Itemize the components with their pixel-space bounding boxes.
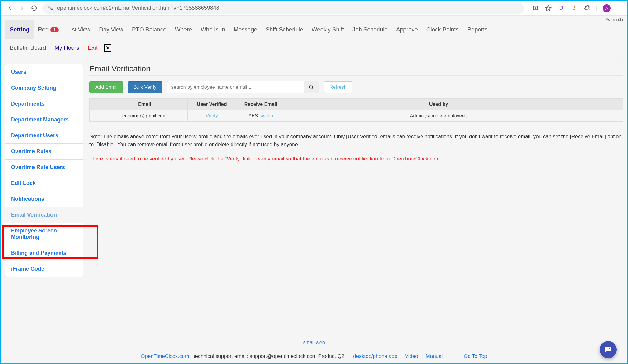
sidebar-item-company-setting[interactable]: Company Setting bbox=[5, 80, 83, 96]
sidebar-item-edit-lock[interactable]: Edit Lock bbox=[5, 175, 83, 191]
th-actions bbox=[592, 99, 623, 110]
sidebar-item-iframe-code[interactable]: iFrame Code bbox=[5, 261, 83, 277]
fullscreen-button[interactable] bbox=[102, 41, 114, 55]
sidebar-item-overtime-rule-users[interactable]: Overtime Rule Users bbox=[5, 160, 83, 175]
tab-pto-balance[interactable]: PTO Balance bbox=[128, 20, 171, 39]
reload-button[interactable] bbox=[30, 4, 38, 12]
tab-req[interactable]: Req1 bbox=[34, 20, 63, 39]
bookmark-star-icon[interactable] bbox=[545, 5, 552, 12]
tab-job-schedule[interactable]: Job Schedule bbox=[348, 20, 392, 39]
sidebar-item-email-verification[interactable]: Email Verification bbox=[5, 207, 83, 223]
chat-widget-button[interactable] bbox=[600, 341, 617, 358]
sidebar-item-department-users[interactable]: Department Users bbox=[5, 128, 83, 144]
search-button[interactable] bbox=[304, 81, 319, 93]
extensions-puzzle-icon[interactable] bbox=[583, 5, 590, 12]
tab-my-hours[interactable]: My Hours bbox=[50, 39, 83, 57]
th-receive-email: Receive Email bbox=[236, 99, 285, 110]
sidebar-item-department-managers[interactable]: Department Managers bbox=[5, 112, 83, 128]
sidebar-item-users[interactable]: Users bbox=[5, 64, 83, 80]
svg-marker-5 bbox=[546, 5, 551, 10]
warning-text: There is email need to be verified by us… bbox=[89, 155, 623, 163]
svg-point-11 bbox=[611, 348, 612, 348]
url-text: opentimeclock.com/q2/mEmailVerification.… bbox=[57, 5, 219, 11]
desktop-app-link[interactable]: desktop/phone app bbox=[353, 353, 397, 359]
profile-avatar[interactable]: A bbox=[603, 4, 611, 12]
extension-d-icon[interactable]: D bbox=[557, 5, 565, 12]
refresh-button[interactable]: Refresh bbox=[324, 81, 352, 93]
svg-line-2 bbox=[50, 7, 52, 9]
search-icon bbox=[309, 85, 314, 90]
tab-clock-points[interactable]: Clock Points bbox=[422, 20, 463, 39]
small-web-link[interactable]: small web bbox=[303, 340, 325, 345]
tab-exit[interactable]: Exit bbox=[84, 39, 102, 57]
manual-link[interactable]: Manual bbox=[426, 353, 443, 359]
th-used-by: Used by bbox=[285, 99, 592, 110]
go-to-top-link[interactable]: Go To Top bbox=[464, 353, 487, 359]
settings-sidebar: Users Company Setting Departments Depart… bbox=[5, 64, 83, 277]
site-info-icon[interactable] bbox=[47, 5, 54, 12]
sidebar-item-departments[interactable]: Departments bbox=[5, 96, 83, 112]
url-bar[interactable]: opentimeclock.com/q2/mEmailVerification.… bbox=[42, 3, 524, 14]
tab-day-view[interactable]: Day View bbox=[95, 20, 128, 39]
svg-rect-0 bbox=[49, 7, 50, 8]
search-input[interactable] bbox=[167, 81, 304, 93]
bulk-verify-button[interactable]: Bulk Verify bbox=[128, 81, 162, 93]
browser-toolbar: opentimeclock.com/q2/mEmailVerification.… bbox=[1, 1, 627, 16]
forward-button[interactable] bbox=[18, 4, 26, 12]
tab-list-view[interactable]: List View bbox=[63, 20, 95, 39]
sidebar-item-overtime-rules[interactable]: Overtime Rules bbox=[5, 144, 83, 160]
admin-indicator: Admin (1) bbox=[604, 16, 624, 22]
emails-table: Email User Verified Receive Email Used b… bbox=[89, 98, 623, 122]
tab-setting[interactable]: Setting bbox=[5, 20, 34, 39]
install-app-icon[interactable] bbox=[532, 5, 539, 12]
tab-shift-schedule[interactable]: Shift Schedule bbox=[261, 20, 308, 39]
tab-approve[interactable]: Approve bbox=[392, 20, 422, 39]
tab-reports[interactable]: Reports bbox=[463, 20, 492, 39]
verify-link[interactable]: Verify bbox=[206, 113, 218, 118]
table-row: 1 cogoing@gmail.com Verify YES switch Ad… bbox=[90, 110, 623, 122]
back-button[interactable] bbox=[6, 4, 14, 12]
support-text: technical support email: support@opentim… bbox=[192, 353, 344, 359]
th-index bbox=[90, 99, 102, 110]
top-nav: Setting Req1 List View Day View PTO Bala… bbox=[5, 20, 623, 57]
sidebar-item-notifications[interactable]: Notifications bbox=[5, 191, 83, 207]
req-badge: 1 bbox=[50, 27, 59, 32]
switch-link[interactable]: switch bbox=[260, 113, 273, 118]
cell-receive: YES switch bbox=[236, 110, 285, 122]
page-title: Email Verification bbox=[89, 64, 623, 74]
sidebar-item-billing-and-payments[interactable]: Billing and Payments bbox=[5, 245, 83, 261]
svg-line-9 bbox=[312, 88, 314, 89]
cell-trailing bbox=[592, 110, 623, 122]
divider bbox=[89, 75, 623, 76]
extension-flame-icon[interactable] bbox=[570, 5, 578, 12]
browser-menu-icon[interactable]: ⋮ bbox=[616, 5, 622, 12]
tab-where[interactable]: Where bbox=[171, 20, 196, 39]
main-panel: Email Verification Add Email Bulk Verify… bbox=[89, 64, 623, 277]
tab-message[interactable]: Message bbox=[229, 20, 261, 39]
cell-email: cogoing@gmail.com bbox=[102, 110, 188, 122]
tab-bulletin-board[interactable]: Bulletin Board bbox=[5, 39, 50, 57]
note-text: Note: The emails above come from your us… bbox=[89, 133, 623, 148]
brand-link[interactable]: OpenTimeClock.com bbox=[141, 353, 189, 359]
svg-point-8 bbox=[309, 85, 313, 88]
th-email: Email bbox=[102, 99, 188, 110]
tab-who-is-in[interactable]: Who Is In bbox=[196, 20, 229, 39]
sidebar-item-employee-screen-monitoring[interactable]: Employee Screen Monitoring bbox=[5, 223, 83, 245]
tab-weekly-shift[interactable]: Weekly Shift bbox=[308, 20, 348, 39]
fullscreen-icon bbox=[104, 44, 111, 52]
svg-point-10 bbox=[609, 348, 610, 349]
add-email-button[interactable]: Add Email bbox=[89, 81, 123, 93]
cell-verified: Verify bbox=[188, 110, 236, 122]
footer: small web OpenTimeClock.com technical su… bbox=[5, 340, 623, 359]
svg-rect-1 bbox=[51, 9, 53, 9]
cell-index: 1 bbox=[90, 110, 102, 122]
video-link[interactable]: Video bbox=[405, 353, 418, 359]
chat-icon bbox=[604, 345, 613, 354]
cell-usedby: Admin ;sample employee ; bbox=[285, 110, 592, 122]
th-user-verified: User Verified bbox=[188, 99, 236, 110]
